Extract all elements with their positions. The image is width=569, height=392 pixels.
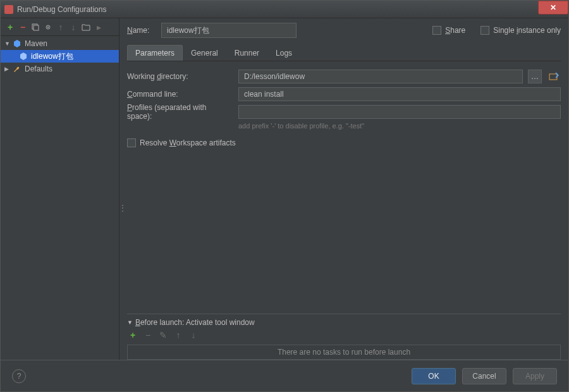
copy-config-button[interactable] (31, 23, 40, 32)
svg-point-3 (47, 26, 49, 27)
bl-remove-button[interactable]: − (144, 331, 152, 340)
name-label: Name: (127, 26, 155, 35)
resolve-artifacts-row: Resolve Workspace artifacts (127, 138, 561, 147)
profiles-row: Profiles (separated with space): (127, 103, 561, 121)
titlebar: Run/Debug Configurations ✕ (1, 1, 568, 18)
svg-rect-1 (34, 25, 39, 30)
sidebar: + − ↑ ↓ ▸ ▼ Maven (1, 18, 119, 360)
sidebar-toolbar: + − ↑ ↓ ▸ (1, 18, 119, 36)
tree-node-maven[interactable]: ▼ Maven (1, 37, 119, 50)
bl-up-button[interactable]: ↑ (174, 331, 183, 340)
tree-label: Defaults (25, 64, 52, 73)
profiles-input[interactable] (238, 105, 561, 119)
checkbox-icon (480, 26, 489, 35)
working-dir-label: Working directory: (127, 72, 233, 81)
svg-rect-4 (549, 74, 557, 80)
config-tree: ▼ Maven idlewow打包 ▶ Defaults (1, 36, 119, 360)
close-button[interactable]: ✕ (538, 1, 568, 15)
tab-runner[interactable]: Runner (226, 45, 267, 61)
footer-buttons: OK Cancel Apply (412, 368, 557, 384)
resolve-artifacts-checkbox[interactable]: Resolve Workspace artifacts (127, 138, 236, 147)
profiles-hint: add prefix '-' to disable profile, e.g. … (127, 122, 561, 130)
move-down-button[interactable]: ↓ (69, 23, 78, 32)
insert-macro-button[interactable] (547, 70, 561, 83)
tree-label: idlewow打包 (31, 51, 73, 62)
app-icon (4, 5, 13, 14)
tree-label: Maven (25, 39, 47, 48)
command-line-input[interactable] (238, 87, 561, 101)
content-panel: Name: Share Single instance only Paramet… (119, 18, 568, 360)
cancel-button[interactable]: Cancel (462, 368, 506, 384)
footer: ? OK Cancel Apply (1, 360, 568, 391)
bl-add-button[interactable]: + (128, 331, 137, 340)
maven-icon (18, 51, 28, 61)
tab-general[interactable]: General (183, 45, 226, 61)
maven-icon (12, 39, 22, 49)
checkbox-icon (432, 26, 441, 35)
apply-button[interactable]: Apply (513, 368, 557, 384)
expand-button[interactable]: ▸ (94, 23, 103, 32)
folder-button[interactable] (82, 23, 90, 32)
tabs: Parameters General Runner Logs (127, 45, 561, 61)
collapse-arrow-icon: ▼ (127, 319, 133, 326)
help-button[interactable]: ? (12, 369, 26, 383)
tree-node-config[interactable]: idlewow打包 (1, 50, 119, 63)
profiles-label: Profiles (separated with space): (127, 103, 233, 121)
name-row: Name: Share Single instance only (127, 22, 561, 39)
checkbox-icon (127, 138, 136, 147)
main-area: + − ↑ ↓ ▸ ▼ Maven (1, 18, 568, 360)
working-dir-input[interactable] (238, 70, 523, 83)
before-launch-section: ▼ Before launch: Activate tool window + … (127, 314, 561, 360)
command-line-row: Command line: (127, 85, 561, 103)
bl-down-button[interactable]: ↓ (189, 331, 198, 340)
add-config-button[interactable]: + (6, 23, 15, 32)
wrench-icon (12, 64, 22, 74)
remove-config-button[interactable]: − (18, 23, 27, 32)
splitter-handle[interactable] (118, 195, 121, 221)
single-instance-checkbox[interactable]: Single instance only (480, 26, 561, 35)
share-checkbox[interactable]: Share (432, 26, 465, 35)
tab-logs[interactable]: Logs (267, 45, 300, 61)
tree-node-defaults[interactable]: ▶ Defaults (1, 63, 119, 75)
before-launch-toolbar: + − ✎ ↑ ↓ (127, 327, 561, 343)
before-launch-empty: There are no tasks to run before launch (127, 345, 561, 360)
move-up-button[interactable]: ↑ (56, 23, 65, 32)
ok-button[interactable]: OK (412, 368, 456, 384)
name-input[interactable] (161, 23, 297, 38)
expand-arrow-icon: ▼ (4, 40, 12, 47)
command-line-label: Command line: (127, 90, 233, 99)
tab-parameters[interactable]: Parameters (127, 45, 183, 61)
before-launch-header[interactable]: ▼ Before launch: Activate tool window (127, 318, 561, 327)
parameters-form: Working directory: … Command line: Profi… (127, 61, 561, 147)
settings-button[interactable] (44, 23, 52, 32)
working-dir-row: Working directory: … (127, 68, 561, 85)
collapse-arrow-icon: ▶ (4, 66, 12, 72)
bl-edit-button[interactable]: ✎ (159, 331, 168, 340)
browse-button[interactable]: … (528, 70, 542, 83)
window-title: Run/Debug Configurations (17, 5, 538, 14)
